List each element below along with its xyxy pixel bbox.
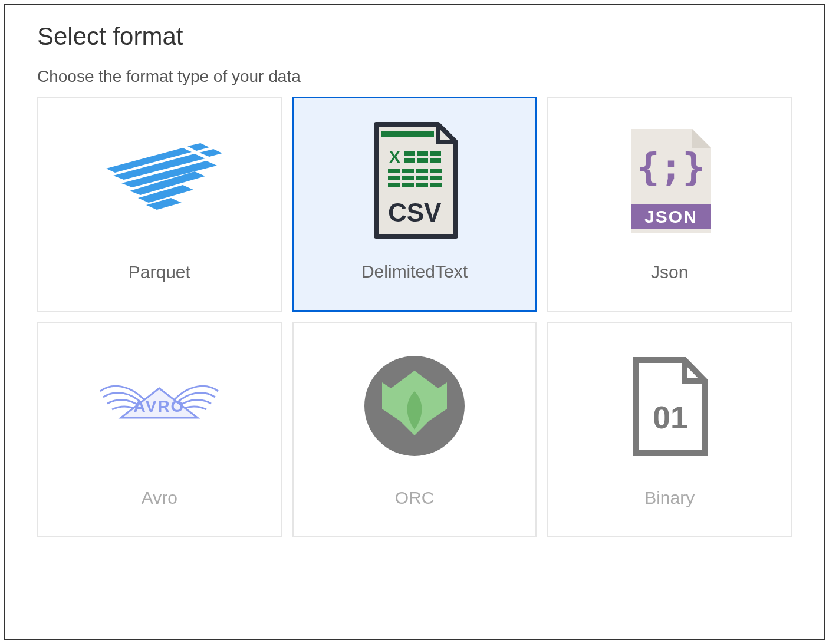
svg-rect-17 [402,169,414,173]
svg-rect-12 [430,151,441,156]
format-label: ORC [395,488,435,536]
svg-rect-20 [388,176,400,180]
parquet-icon [38,98,281,262]
svg-rect-19 [430,169,442,173]
format-grid: Parquet X [37,97,792,537]
csv-file-icon: X CSV [294,98,535,262]
svg-marker-6 [187,143,209,151]
format-card-json[interactable]: {;} JSON Json [547,97,792,312]
svg-rect-11 [417,151,428,156]
format-card-parquet[interactable]: Parquet [37,97,282,312]
svg-rect-23 [430,176,442,180]
page-subtitle: Choose the format type of your data [37,67,792,86]
svg-text:X: X [389,148,400,166]
svg-marker-7 [199,149,222,157]
format-card-delimitedtext[interactable]: X CSV DelimitedText [292,97,537,312]
binary-file-icon: 01 [548,323,791,488]
svg-rect-22 [416,176,428,180]
svg-rect-14 [417,158,428,163]
svg-text:AVRO: AVRO [134,397,185,415]
avro-icon: AVRO [38,323,281,488]
format-card-orc[interactable]: ORC [292,322,537,537]
format-label: Avro [142,488,177,536]
svg-rect-16 [388,169,400,173]
svg-text:CSV: CSV [388,198,442,227]
svg-rect-18 [416,169,428,173]
svg-text:01: 01 [653,399,688,435]
svg-rect-10 [404,151,415,156]
format-card-binary[interactable]: 01 Binary [547,322,792,537]
svg-rect-15 [430,158,441,163]
svg-rect-27 [430,183,442,187]
svg-rect-26 [416,183,428,187]
svg-rect-21 [402,176,414,180]
svg-rect-24 [388,183,400,187]
svg-rect-25 [402,183,414,187]
format-label: Binary [644,488,695,536]
page-title: Select format [37,22,792,51]
svg-text:{;}: {;} [637,146,705,189]
svg-rect-13 [404,158,415,163]
format-label: Parquet [129,262,190,311]
svg-text:JSON: JSON [644,207,698,226]
format-label: Json [651,262,688,311]
orc-icon [294,323,536,488]
format-label: DelimitedText [361,262,468,310]
dialog-frame: Select format Choose the format type of … [4,4,825,640]
format-card-avro[interactable]: AVRO Avro [37,322,282,537]
svg-rect-8 [381,131,434,137]
json-file-icon: {;} JSON [548,98,791,262]
